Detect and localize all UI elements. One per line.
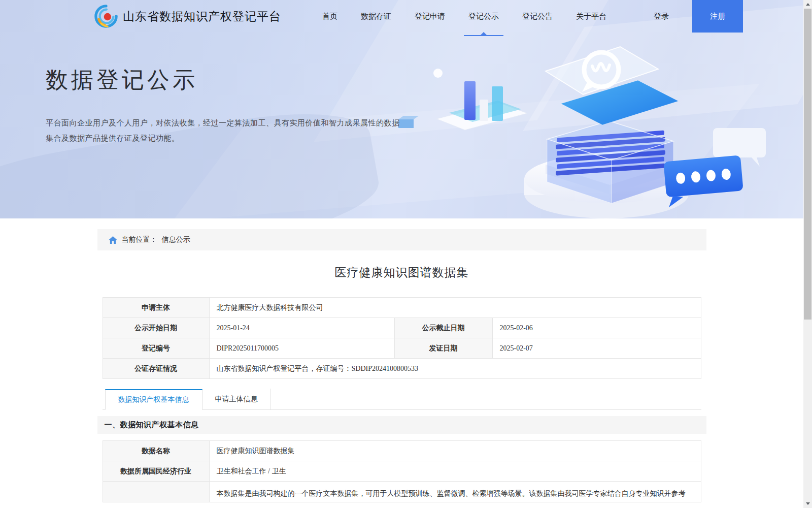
register-button[interactable]: 注册: [692, 0, 743, 33]
hero-description: 平台面向企业用户及个人用户，对依法收集，经过一定算法加工、具有实用价值和智力成果…: [46, 115, 403, 146]
nav-item-registration-apply[interactable]: 登记申请: [403, 0, 457, 33]
scrollbar-down-arrow[interactable]: [803, 499, 812, 508]
nav-item-data-deposit[interactable]: 数据存证: [349, 0, 403, 33]
brand[interactable]: 山东省数据知识产权登记平台: [94, 5, 281, 28]
nav-item-label: 首页: [322, 12, 337, 21]
nav-item-about-platform[interactable]: 关于平台: [564, 0, 618, 33]
table-row: 公证存证情况 山东省数据知识产权登记平台，存证编号：SDDIP202410080…: [103, 359, 701, 379]
tab-applicant-info[interactable]: 申请主体信息: [202, 389, 271, 409]
hero-illustration: [393, 42, 794, 218]
nav-item-registration-publicity[interactable]: 登记公示: [457, 0, 511, 33]
basic-info-table: 数据名称 医疗健康知识图谱数据集 数据所属国民经济行业 卫生和社会工作 / 卫生…: [103, 440, 701, 502]
publicity-start-value-cell: 2025-01-24: [209, 318, 394, 338]
scrollbar-thumb[interactable]: [804, 9, 811, 320]
section-heading: 一、数据知识产权基本信息: [97, 416, 706, 434]
breadcrumb: 当前位置： 信息公示: [97, 229, 706, 250]
tab-data-ip-basic-info[interactable]: 数据知识产权基本信息: [105, 389, 202, 410]
nav-item-label: 登记申请: [415, 12, 445, 21]
hero-copy: 数据登记公示 平台面向企业用户及个人用户，对依法收集，经过一定算法加工、具有实用…: [46, 65, 403, 146]
industry-label-cell: 数据所属国民经济行业: [103, 461, 209, 482]
data-name-value-cell: 医疗健康知识图谱数据集: [209, 441, 701, 461]
active-nav-underline-icon: [464, 35, 503, 36]
brand-title: 山东省数据知识产权登记平台: [123, 9, 281, 24]
description-value-cell: 本数据集是由我司构建的一个医疗文本数据集，可用于大模型预训练、监督微调、检索增强…: [209, 482, 701, 502]
table-row: 申请主体 北方健康医疗大数据科技有限公司: [103, 298, 701, 318]
table-row: 登记编号 DIPR2025011700005 发证日期 2025-02-07: [103, 338, 701, 359]
issue-date-value-cell: 2025-02-07: [492, 338, 701, 359]
table-row: 本数据集是由我司构建的一个医疗文本数据集，可用于大模型预训练、监督微调、检索增强…: [103, 482, 701, 502]
publicity-start-label-cell: 公示开始日期: [103, 318, 209, 338]
nav-item-label: 关于平台: [576, 12, 606, 21]
header: 山东省数据知识产权登记平台 首页 数据存证 登记申请 登记公示 登记公告: [0, 0, 803, 33]
breadcrumb-current[interactable]: 信息公示: [162, 235, 190, 244]
home-icon[interactable]: [109, 236, 117, 244]
page: 山东省数据知识产权登记平台 首页 数据存证 登记申请 登记公示 登记公告: [0, 0, 812, 508]
notary-value-cell: 山东省数据知识产权登记平台，存证编号：SDDIP2024100800533: [209, 359, 701, 379]
hero-banner: 山东省数据知识产权登记平台 首页 数据存证 登记申请 登记公示 登记公告: [0, 0, 803, 218]
table-row: 数据所属国民经济行业 卫生和社会工作 / 卫生: [103, 461, 701, 482]
nav-item-label: 登记公示: [468, 12, 499, 21]
data-name-label-cell: 数据名称: [103, 441, 209, 461]
hero-title: 数据登记公示: [46, 65, 403, 95]
table-row: 公示开始日期 2025-01-24 公示截止日期 2025-02-06: [103, 318, 701, 338]
nav-item-label: 登记公告: [522, 12, 553, 21]
industry-value-cell: 卫生和社会工作 / 卫生: [209, 461, 701, 482]
login-link[interactable]: 登录: [641, 12, 681, 21]
applicant-label-cell: 申请主体: [103, 298, 209, 318]
publicity-end-label-cell: 公示截止日期: [394, 318, 492, 338]
registration-no-value-cell: DIPR2025011700005: [209, 338, 394, 359]
brand-logo-icon: [94, 5, 118, 28]
nav-item-registration-announcement[interactable]: 登记公告: [511, 0, 564, 33]
description-label-cell: [103, 482, 209, 502]
nav-item-home[interactable]: 首页: [311, 0, 349, 33]
main-nav: 首页 数据存证 登记申请 登记公示 登记公告 关于平台: [311, 0, 618, 33]
nav-item-label: 数据存证: [361, 12, 391, 21]
publicity-end-value-cell: 2025-02-06: [492, 318, 701, 338]
scrollbar[interactable]: [803, 0, 812, 508]
applicant-value-cell: 北方健康医疗大数据科技有限公司: [209, 298, 701, 318]
breadcrumb-prefix: 当前位置：: [122, 235, 157, 244]
notary-label-cell: 公证存证情况: [103, 359, 209, 379]
page-title: 医疗健康知识图谱数据集: [97, 265, 706, 280]
main-content: 当前位置： 信息公示 医疗健康知识图谱数据集 申请主体 北方健康医疗大数据科技有…: [0, 229, 803, 502]
scrollbar-up-arrow[interactable]: [803, 0, 812, 9]
tab-bar: 数据知识产权基本信息 申请主体信息: [103, 389, 701, 410]
summary-table: 申请主体 北方健康医疗大数据科技有限公司 公示开始日期 2025-01-24 公…: [103, 297, 701, 379]
issue-date-label-cell: 发证日期: [394, 338, 492, 359]
registration-no-label-cell: 登记编号: [103, 338, 209, 359]
table-row: 数据名称 医疗健康知识图谱数据集: [103, 441, 701, 461]
